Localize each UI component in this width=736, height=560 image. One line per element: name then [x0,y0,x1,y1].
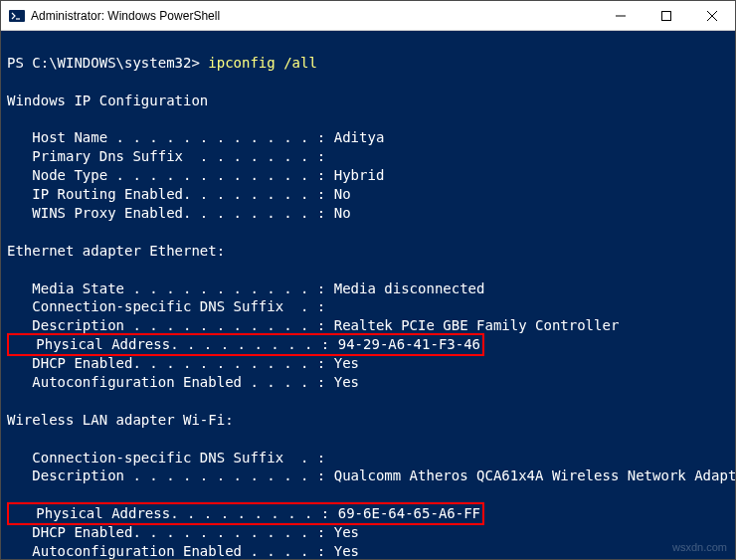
window-title: Administrator: Windows PowerShell [31,9,598,23]
eth-media-label: Media State . . . . . . . . . . . : [7,280,334,298]
eth-dhcp-label: DHCP Enabled. . . . . . . . . . . : [7,354,334,373]
eth-autoconfig-value: Yes [334,373,359,392]
host-name-value: Aditya [334,128,385,147]
wifi-physical-address-highlight: Physical Address. . . . . . . . . : 69-6… [7,502,484,525]
wifi-description-value: Qualcomm Atheros QCA61x4A Wireless Netwo… [334,467,735,485]
wifi-physical-label: Physical Address. . . . . . . . . : [11,504,338,523]
eth-physical-value: 94-29-A6-41-F3-46 [338,335,480,354]
wifi-dhcp-value: Yes [334,523,359,542]
ip-routing-value: No [334,185,351,204]
eth-physical-label: Physical Address. . . . . . . . . : [11,335,338,354]
wifi-autoconfig-label: Autoconfiguration Enabled . . . . : [7,542,334,559]
maximize-button[interactable] [644,1,689,30]
svg-rect-3 [662,11,671,20]
eth-dns-label: Connection-specific DNS Suffix . : [7,297,325,316]
eth-media-value: Media disconnected [334,280,485,298]
node-type-label: Node Type . . . . . . . . . . . . : [7,166,334,185]
wifi-autoconfig-value: Yes [334,542,359,559]
eth-dhcp-value: Yes [334,354,359,373]
ethernet-adapter-header: Ethernet adapter Ethernet: [7,243,225,259]
wins-proxy-value: No [334,204,351,223]
window-controls [598,1,735,30]
ip-routing-label: IP Routing Enabled. . . . . . . . : [7,185,334,204]
powershell-icon [9,8,25,24]
prompt-command: ipconfig /all [208,55,317,71]
section-header: Windows IP Configuration [7,93,208,108]
node-type-value: Hybrid [334,166,385,185]
wifi-dns-label: Connection-specific DNS Suffix . : [7,449,325,467]
minimize-icon [616,11,626,21]
powershell-window: Administrator: Windows PowerShell PS C:\… [0,0,736,560]
wifi-dhcp-label: DHCP Enabled. . . . . . . . . . . : [7,523,334,542]
eth-physical-address-highlight: Physical Address. . . . . . . . . : 94-2… [7,333,484,356]
host-name-label: Host Name . . . . . . . . . . . . : [7,128,334,147]
terminal-output[interactable]: PS C:\WINDOWS\system32> ipconfig /all Wi… [1,31,735,559]
watermark: wsxdn.com [672,540,727,555]
svg-rect-0 [9,10,25,22]
wins-proxy-label: WINS Proxy Enabled. . . . . . . . : [7,204,334,223]
wifi-adapter-header: Wireless LAN adapter Wi-Fi: [7,412,234,428]
close-button[interactable] [689,1,735,30]
titlebar[interactable]: Administrator: Windows PowerShell [1,1,735,31]
primary-dns-label: Primary Dns Suffix . . . . . . . : [7,147,325,166]
prompt-path: PS C:\WINDOWS\system32> [7,55,208,71]
eth-autoconfig-label: Autoconfiguration Enabled . . . . : [7,373,334,392]
wifi-description-label: Description . . . . . . . . . . . : [7,467,334,485]
minimize-button[interactable] [598,1,644,30]
wifi-physical-value: 69-6E-64-65-A6-FF [338,504,480,523]
close-icon [707,11,717,21]
maximize-icon [661,11,671,21]
